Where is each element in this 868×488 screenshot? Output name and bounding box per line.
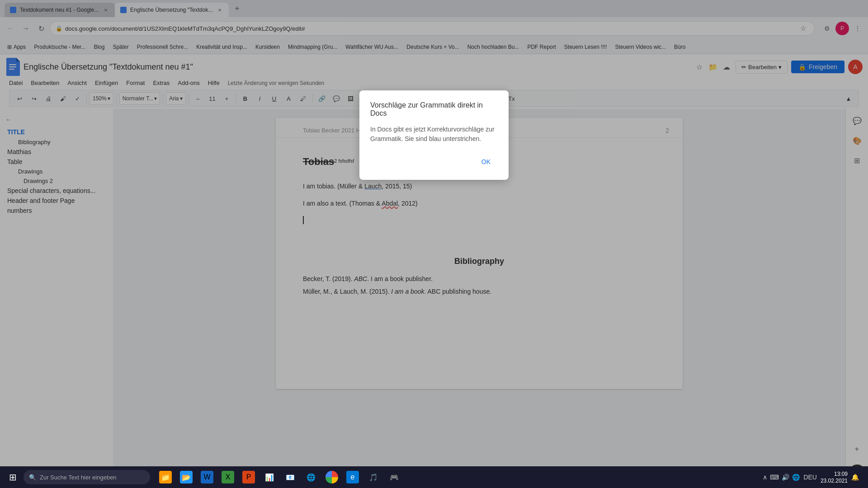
ppt-icon: P bbox=[242, 471, 255, 483]
taskbar-app-files[interactable]: 📁 bbox=[156, 468, 175, 486]
network-icon[interactable]: 🌐 bbox=[792, 474, 800, 481]
modal-body: In Docs gibt es jetzt Korrekturvorschläg… bbox=[370, 125, 498, 144]
taskbar-right: ∧ ⌨ 🔊 🌐 DEU 13:09 23.02.2021 🔔 bbox=[763, 471, 864, 484]
taskbar-app-misc2[interactable]: 📧 bbox=[280, 468, 300, 486]
taskbar-search-label: Zur Suche Text hier eingeben bbox=[40, 474, 117, 481]
word-icon: W bbox=[201, 471, 213, 483]
excel-icon: X bbox=[222, 471, 234, 483]
taskbar-app-chrome[interactable] bbox=[322, 468, 342, 486]
systray: ∧ ⌨ 🔊 🌐 bbox=[763, 474, 800, 481]
misc2-icon: 📧 bbox=[284, 471, 297, 483]
search-icon: 🔍 bbox=[29, 474, 36, 481]
taskbar-app-misc4[interactable]: 🎵 bbox=[363, 468, 383, 486]
taskbar-app-word[interactable]: W bbox=[197, 468, 217, 486]
misc1-icon: 📊 bbox=[263, 471, 276, 483]
language-label: DEU bbox=[803, 474, 817, 481]
misc3-icon: 🌐 bbox=[305, 471, 317, 483]
taskbar-apps: 📁 📂 W X P 📊 📧 🌐 e 🎵 bbox=[152, 468, 761, 486]
taskbar-date-value: 23.02.2021 bbox=[821, 478, 848, 484]
edge-icon: e bbox=[346, 471, 359, 483]
misc4-icon: 🎵 bbox=[367, 471, 380, 483]
keyboard-icon[interactable]: ⌨ bbox=[770, 474, 779, 481]
taskbar-clock[interactable]: 13:09 23.02.2021 bbox=[821, 471, 848, 484]
taskbar-app-misc5[interactable]: 🎮 bbox=[384, 468, 404, 486]
modal-ok-button[interactable]: OK bbox=[474, 155, 498, 169]
modal-actions: OK bbox=[370, 155, 498, 169]
start-button[interactable]: ⊞ bbox=[4, 468, 22, 486]
taskbar-search[interactable]: 🔍 Zur Suche Text hier eingeben bbox=[24, 470, 150, 484]
systray-up-icon[interactable]: ∧ bbox=[763, 474, 767, 481]
modal-title: Vorschläge zur Grammatik direkt in Docs bbox=[370, 101, 498, 117]
files-icon: 📁 bbox=[159, 471, 172, 483]
explorer-icon: 📂 bbox=[180, 471, 193, 483]
taskbar-app-misc1[interactable]: 📊 bbox=[259, 468, 279, 486]
taskbar-app-excel[interactable]: X bbox=[218, 468, 238, 486]
taskbar: ⊞ 🔍 Zur Suche Text hier eingeben 📁 📂 W X… bbox=[0, 466, 868, 488]
speaker-icon[interactable]: 🔊 bbox=[782, 474, 789, 481]
taskbar-app-edge[interactable]: e bbox=[343, 468, 363, 486]
taskbar-app-explorer[interactable]: 📂 bbox=[176, 468, 196, 486]
grammar-modal: Vorschläge zur Grammatik direkt in Docs … bbox=[359, 90, 509, 180]
taskbar-app-ppt[interactable]: P bbox=[239, 468, 259, 486]
taskbar-app-misc3[interactable]: 🌐 bbox=[301, 468, 321, 486]
taskbar-time-value: 13:09 bbox=[834, 471, 848, 477]
modal-overlay: Vorschläge zur Grammatik direkt in Docs … bbox=[0, 0, 868, 488]
misc5-icon: 🎮 bbox=[388, 471, 401, 483]
chrome-icon bbox=[326, 471, 338, 483]
notification-icon[interactable]: 🔔 bbox=[851, 474, 859, 481]
